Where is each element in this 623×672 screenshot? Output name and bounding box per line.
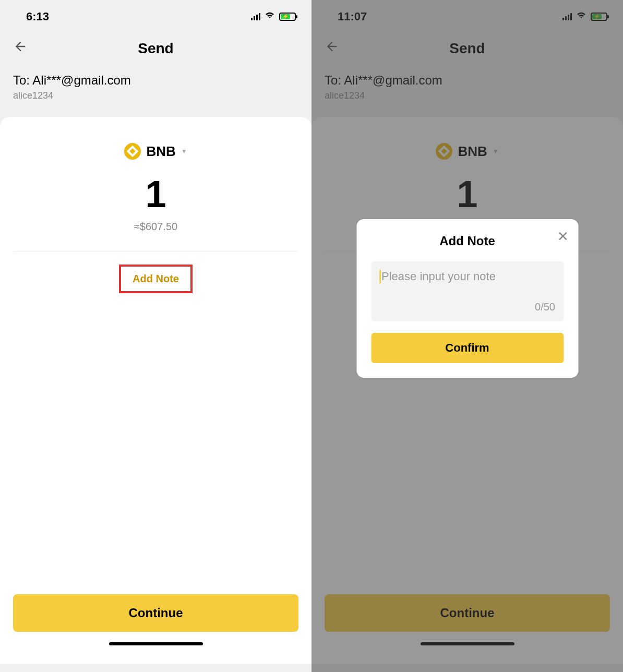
add-note-label: Add Note <box>133 273 179 284</box>
phone-screen-right: 11:07 ⚡ Send To: Ali***@gmail.com alice1… <box>312 0 623 672</box>
send-card: BNB ▼ 1 ≈$607.50 Add Note Continue <box>0 117 312 664</box>
chevron-down-icon: ▼ <box>181 148 187 155</box>
add-note-link[interactable]: Add Note <box>13 265 298 293</box>
recipient-block: To: Ali***@gmail.com alice1234 <box>0 68 312 112</box>
coin-selector[interactable]: BNB ▼ <box>13 143 298 160</box>
page-title: Send <box>138 40 173 57</box>
amount-usd: ≈$607.50 <box>13 221 298 233</box>
add-note-modal: ✕ Add Note 0/50 Confirm <box>356 219 578 378</box>
status-time: 6:13 <box>26 10 49 23</box>
continue-button[interactable]: Continue <box>13 594 298 632</box>
home-indicator[interactable] <box>109 642 203 645</box>
note-input-wrapper: 0/50 <box>371 261 564 321</box>
highlight-box: Add Note <box>119 265 193 293</box>
divider <box>13 251 298 251</box>
recipient-handle: alice1234 <box>13 90 298 101</box>
note-input[interactable] <box>379 270 555 283</box>
cellular-signal-icon <box>251 13 260 20</box>
modal-title: Add Note <box>371 234 564 248</box>
confirm-button[interactable]: Confirm <box>371 333 564 363</box>
battery-charging-icon: ⚡ <box>279 13 296 21</box>
bnb-coin-icon <box>124 143 141 160</box>
back-arrow-icon[interactable] <box>13 39 28 57</box>
recipient-to: To: Ali***@gmail.com <box>13 73 298 88</box>
wifi-icon <box>265 11 275 22</box>
coin-symbol: BNB <box>146 143 175 160</box>
phone-screen-left: 6:13 ⚡ Send To: Ali***@gmail.com alice12… <box>0 0 312 672</box>
status-bar: 6:13 ⚡ <box>0 0 312 29</box>
nav-header: Send <box>0 29 312 68</box>
amount-value[interactable]: 1 <box>13 173 298 215</box>
status-icons: ⚡ <box>251 11 296 22</box>
close-icon[interactable]: ✕ <box>557 229 569 245</box>
char-count: 0/50 <box>379 301 555 313</box>
